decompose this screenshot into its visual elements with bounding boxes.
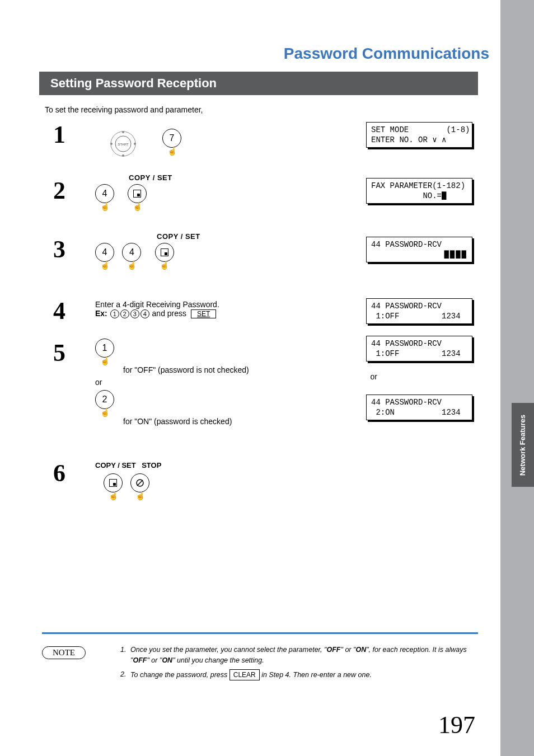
step2-keys: COPY / SET 4 ☝ ☝: [95, 173, 172, 212]
press-icon: ☝: [122, 261, 141, 270]
keypad-4[interactable]: 4: [95, 184, 114, 203]
svg-point-5: [110, 143, 113, 145]
note-label: NOTE: [42, 646, 86, 659]
stop-key[interactable]: [130, 473, 149, 492]
lcd-step1: SET MODE (1-8) ENTER NO. OR ∨ ∧: [366, 122, 472, 148]
press-icon: ☝: [162, 147, 181, 156]
press-icon: ☝: [130, 491, 149, 500]
page: Network Features Password Communications…: [0, 0, 534, 756]
set-icon: [133, 190, 141, 198]
control-dial-icon: START: [95, 123, 157, 162]
lcd-step2: FAX PARAMETER(1-182) NO.=█: [366, 178, 472, 204]
keypad-4[interactable]: 4: [95, 243, 114, 262]
svg-point-3: [122, 131, 124, 133]
set-icon: [109, 479, 117, 487]
lcd-step3: 44 PASSWORD-RCV ████: [366, 237, 472, 262]
notes: 1. Once you set the parameter, you canno…: [120, 645, 472, 684]
set-button-label: SET: [191, 309, 216, 318]
digit-2: 2: [120, 309, 129, 318]
lcd-or: or: [371, 372, 377, 381]
set-key[interactable]: [104, 473, 123, 492]
press-icon: ☝: [95, 261, 114, 270]
section-title: Setting Password Reception: [39, 72, 478, 95]
page-number: 197: [438, 711, 475, 739]
lcd-step5b: 44 PASSWORD-RCV 2:ON 1234: [366, 395, 472, 420]
set-key[interactable]: [155, 243, 174, 262]
press-icon: ☝: [95, 408, 114, 417]
note-2: 2. To change the password, press CLEAR i…: [120, 669, 472, 680]
step-number-2: 2: [53, 176, 65, 205]
step6-keys: COPY / SET STOP ☝ ☝: [95, 460, 161, 501]
step-number-1: 1: [53, 120, 65, 149]
svg-line-8: [137, 480, 143, 486]
keypad-2[interactable]: 2: [95, 390, 114, 409]
step-number-6: 6: [53, 459, 65, 487]
lcd-step4: 44 PASSWORD-RCV 1:OFF 1234: [366, 298, 472, 324]
copyset-label: COPY / SET: [95, 461, 136, 469]
digit-4: 4: [140, 309, 149, 318]
press-icon: ☝: [128, 202, 147, 211]
page-title: Password Communications: [284, 45, 489, 63]
step4-text: Enter a 4-digit Receiving Password. Ex: …: [95, 300, 219, 318]
svg-text:START: START: [118, 143, 128, 146]
clear-button-label: CLEAR: [229, 669, 260, 680]
press-icon: ☝: [95, 202, 114, 211]
side-tab: Network Features: [512, 403, 534, 487]
step-number-4: 4: [53, 297, 65, 325]
side-tab-label: Network Features: [519, 414, 527, 475]
divider: [42, 632, 478, 634]
step-number-3: 3: [53, 235, 65, 264]
right-margin-bar: [500, 0, 534, 756]
note-1: 1. Once you set the parameter, you canno…: [120, 645, 472, 666]
step1-dialpad: START: [95, 123, 157, 165]
copyset-label: COPY / SET: [157, 232, 200, 241]
intro-text: To set the receiving password and parame…: [45, 105, 203, 114]
stop-icon: [135, 478, 144, 487]
copyset-label: COPY / SET: [129, 173, 172, 182]
set-icon: [161, 248, 168, 256]
keypad-1[interactable]: 1: [95, 339, 114, 358]
lcd-step5a: 44 PASSWORD-RCV 1:OFF 1234: [366, 336, 472, 361]
keypad-4[interactable]: 4: [122, 243, 141, 262]
press-icon: ☝: [95, 356, 114, 365]
press-icon: ☝: [155, 261, 174, 270]
step5-body: 1 ☝ for "OFF" (password is not checked) …: [95, 339, 249, 426]
step-number-5: 5: [53, 339, 65, 367]
step1-key7: 7 ☝: [162, 129, 187, 156]
set-key[interactable]: [128, 184, 147, 203]
stop-label: STOP: [142, 461, 161, 469]
press-icon: ☝: [104, 491, 123, 500]
svg-point-4: [122, 154, 124, 157]
svg-point-6: [134, 143, 136, 145]
digit-3: 3: [130, 309, 139, 318]
keypad-7[interactable]: 7: [162, 129, 181, 148]
digit-1: 1: [110, 309, 119, 318]
step3-keys: COPY / SET 4 ☝ 4 ☝ ☝: [95, 232, 200, 270]
